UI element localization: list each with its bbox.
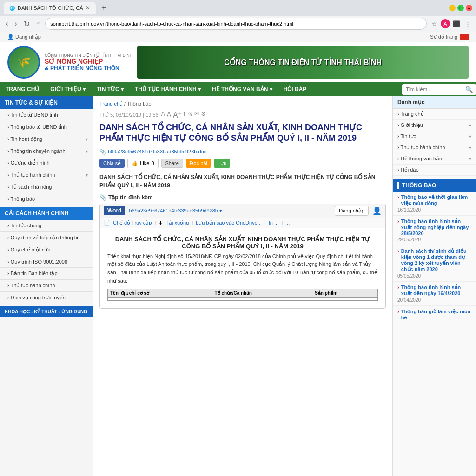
banner-text: CỔNG THÔNG TIN ĐIỆN TỬ TỈNH THÁI BÌNH xyxy=(222,56,383,69)
table-cell-product xyxy=(312,298,378,301)
table-cell-name xyxy=(108,298,212,301)
sidebar-item-bantinban[interactable]: › Bản tin Ban biên tập xyxy=(0,268,93,280)
sitemap-link[interactable]: Sơ đồ trang xyxy=(430,34,457,40)
refresh-button[interactable]: ↻ xyxy=(22,19,32,29)
sidebar-item-tinhoatdong[interactable]: › Tin hoạt động▾ xyxy=(0,133,93,145)
news-link-2[interactable]: Thông báo tình hình sản xuất nông nghiệp… xyxy=(397,218,471,236)
word-doc-title: DANH SÁCH TỔ CHỨC, CÁ NHÂN SẢN XUẤT, KIN… xyxy=(107,236,378,250)
sidebar-item-thongtinchuyen[interactable]: › Thông tin chuyên ngành▾ xyxy=(0,145,93,157)
close-button[interactable]: ✕ xyxy=(466,5,472,11)
language-flag[interactable] xyxy=(460,34,469,40)
news-link-4[interactable]: Thông báo tình hình sản xuất đến ngày 16… xyxy=(397,284,471,297)
right-sidebar: Danh mục › Trang chủ › Giới thiệu▾ › Tin… xyxy=(392,96,476,476)
word-toolbar: Word b69a23e9c67461d4fc339ad35b9d928b ▾ … xyxy=(100,204,385,218)
article-date: Thứ 5, 03/10/2019 | 19:56 xyxy=(99,112,159,118)
font-xlarge-icon[interactable]: A⁺ xyxy=(173,111,182,119)
sidebar-item-quychemoicua[interactable]: › Quy chế một cửa xyxy=(0,244,93,256)
word-embed: Word b69a23e9c67461d4fc339ad35b9d928b ▾ … xyxy=(99,204,386,309)
right-menu-hethong[interactable]: › Hệ thống văn bản▾ xyxy=(393,153,476,165)
right-menu-tintuc[interactable]: › Tin tức▾ xyxy=(393,131,476,142)
table-header-1: Tên, địa chỉ cơ sở xyxy=(108,289,212,298)
tab-close-button[interactable]: ✕ xyxy=(86,5,90,11)
sidebar-header-caicach: CẢI CÁCH HÀNH CHÍNH xyxy=(0,207,93,220)
access-mode-btn[interactable]: Chế độ Truy cập xyxy=(113,220,152,226)
right-menu-hoidap[interactable]: › Hỏi đáp xyxy=(393,165,476,176)
nav-trangchu[interactable]: TRANG CHỦ xyxy=(0,82,45,96)
article-meta: Thứ 5, 03/10/2019 | 19:56 A A A⁺ f 🖨 ✉ ⚙ xyxy=(99,111,386,119)
news-link-3[interactable]: Danh sách thí sinh đủ điều kiện vòng 1 đ… xyxy=(397,248,471,272)
login-link[interactable]: 👤 Đăng nhập xyxy=(7,34,41,40)
chia-se-button[interactable]: Chia sẻ xyxy=(99,159,125,168)
nav-hoidap[interactable]: HỎI ĐÁP xyxy=(278,82,312,96)
avatar-icon[interactable]: A xyxy=(441,19,450,28)
nav-tintuc[interactable]: TIN TỨC ▾ xyxy=(91,82,129,96)
sidebar-item-quytrinhiso[interactable]: › Quy trình ISO 9001:2008 xyxy=(0,256,93,268)
file-link[interactable]: 📎 b69a23e9c67461d4fc339ad35b9d928b.doc xyxy=(99,149,386,155)
address-bar[interactable] xyxy=(45,18,427,30)
settings-icon[interactable]: ⋮ xyxy=(463,19,472,28)
forward-button[interactable]: › xyxy=(13,19,19,29)
maximize-button[interactable]: □ xyxy=(457,5,464,11)
save-onedrive-btn[interactable]: Lưu bản sao vào OneDrive... xyxy=(196,220,262,226)
word-filename[interactable]: b69a23e9c67461d4fc339ad35b9d928b ▾ xyxy=(129,208,331,214)
right-menu-trangchu[interactable]: › Trang chủ xyxy=(393,109,476,120)
nav-thutuc[interactable]: THỦ TỤC HÀNH CHÍNH ▾ xyxy=(129,82,206,96)
sidebar-item-tusach[interactable]: › Tủ sách nhà nông xyxy=(0,181,93,193)
sidebar-item-thongbao[interactable]: › Thông báo xyxy=(0,193,93,205)
right-menu-thutuc[interactable]: › Thủ tục hành chính▾ xyxy=(393,142,476,153)
action-separator-2: | xyxy=(192,220,193,225)
nav-hethong[interactable]: HỆ THỐNG VĂN BẢN ▾ xyxy=(206,82,278,96)
docbai-button[interactable]: Đọc bài xyxy=(186,159,211,168)
sidebar-item-guongdihinh[interactable]: › Gương điển hình xyxy=(0,157,93,169)
font-large-icon[interactable]: A xyxy=(167,111,171,119)
left-sidebar: TIN TỨC & SỰ KIỆN › Tin tức từ UBND tỉnh… xyxy=(0,96,93,476)
action-separator-4: | xyxy=(281,220,283,225)
sidebar-item-thutuchc[interactable]: › Thủ tục hành chính▾ xyxy=(0,169,93,181)
more-actions-btn[interactable]: ... xyxy=(285,220,290,225)
share-icon[interactable]: f xyxy=(184,111,185,119)
right-menu-gioithieu[interactable]: › Giới thiệu▾ xyxy=(393,120,476,131)
browser-tab[interactable]: 🌐 DANH SÁCH TỔ CHỨC, CÁ NH... ✕ xyxy=(4,2,96,14)
minimize-button[interactable]: ─ xyxy=(449,5,456,11)
print-icon[interactable]: 🖨 xyxy=(187,111,192,119)
sidebar-item-tintuc-ubnd[interactable]: › Tin tức từ UBND tỉnh xyxy=(0,109,93,121)
news-item-1: Thông báo về thời gian làm việc mùa đông… xyxy=(393,192,476,216)
extension-icon[interactable]: ⬛ xyxy=(452,19,461,28)
logo-emblem: 🌾 xyxy=(7,46,40,79)
like-text: Like xyxy=(140,160,149,166)
login-icon: 👤 xyxy=(7,34,14,40)
luu-button[interactable]: Lưu xyxy=(214,159,230,168)
sidebar-item-quydinh[interactable]: › Quy định về tiếp cận thông tin xyxy=(0,232,93,244)
email-icon[interactable]: ✉ xyxy=(194,111,199,119)
action-separator-3: | xyxy=(264,220,266,225)
paperclip-icon: 📎 xyxy=(99,194,106,201)
new-tab-button[interactable]: + xyxy=(99,3,108,13)
nav-gioithieu[interactable]: GIỚI THIỆU ▾ xyxy=(45,82,91,96)
back-button[interactable]: ‹ xyxy=(4,19,10,29)
sidebar-item-thutuchanhchinh[interactable]: › Thủ tục hành chính xyxy=(0,280,93,292)
sidebar-item-thongbao-ubnd[interactable]: › Thông báo từ UBND tỉnh xyxy=(0,121,93,133)
logo-sub: & PHÁT TRIỂN NÔNG THÔN xyxy=(45,65,132,72)
breadcrumb-home[interactable]: Trang chủ xyxy=(99,101,123,106)
word-label: Word xyxy=(104,206,125,215)
breadcrumb: Trang chủ / Thông báo xyxy=(99,101,386,107)
download-btn[interactable]: Tải xuống xyxy=(165,220,189,226)
sidebar-item-tintucchung[interactable]: › Tin tức chung xyxy=(0,220,93,232)
tab-title: DANH SÁCH TỔ CHỨC, CÁ NH... xyxy=(18,5,83,11)
like-box: 👍 Like 0 xyxy=(127,159,158,168)
font-small-icon[interactable]: A xyxy=(161,111,165,119)
star-icon[interactable]: ☆ xyxy=(430,19,439,28)
news-link-5[interactable]: Thông báo giờ làm việc mùa hè xyxy=(397,309,471,320)
sidebar-item-dichvucong[interactable]: › Dịch vụ công trực tuyến xyxy=(0,292,93,304)
print-btn[interactable]: In ... xyxy=(269,220,278,225)
search-button[interactable]: 🔍 xyxy=(463,84,476,95)
home-button[interactable]: ⌂ xyxy=(34,19,43,29)
news-item-3: Danh sách thí sinh đủ điều kiện vòng 1 đ… xyxy=(393,245,476,282)
word-login-button[interactable]: Đăng nhập xyxy=(335,206,369,216)
share-button[interactable]: Share xyxy=(161,159,183,168)
word-doc-content: Triển khai thực hiện Nghị định số 15/201… xyxy=(107,252,378,285)
news-link-1[interactable]: Thông báo về thời gian làm việc mùa đông xyxy=(397,194,471,206)
article-intro: DANH SÁCH TỔ CHỨC, CÁ NHÂN SẢN XUẤT, KIN… xyxy=(99,173,386,190)
search-input[interactable] xyxy=(402,85,463,94)
rss-icon[interactable]: ⚙ xyxy=(201,111,206,119)
